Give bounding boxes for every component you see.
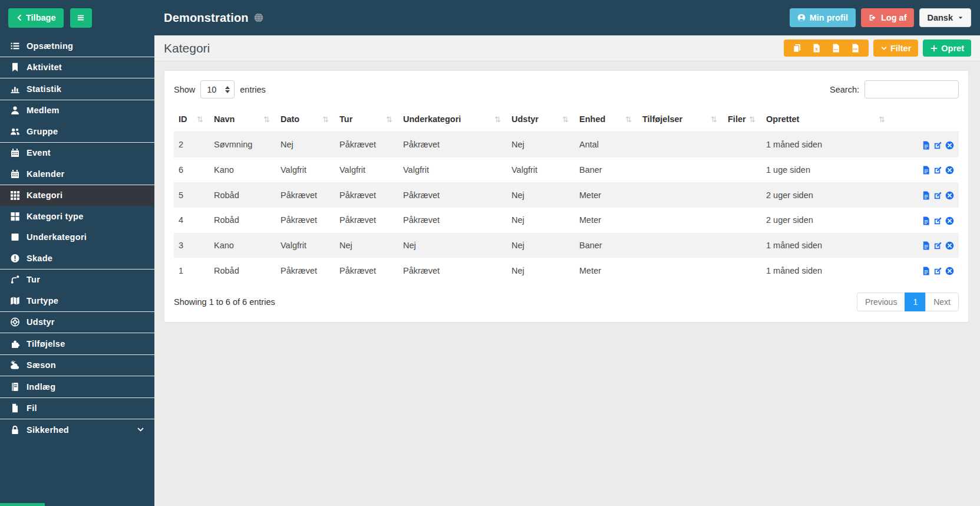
sidebar-item-aktivitet[interactable]: Aktivitet — [0, 57, 154, 78]
user-circle-icon — [797, 14, 806, 22]
table-row: 1RobådPåkrævetPåkrævetPåkrævetNejMeter1 … — [174, 258, 959, 283]
row-edit-button[interactable] — [933, 216, 942, 225]
create-button[interactable]: Opret — [923, 40, 971, 57]
sidebar-item-turtype[interactable]: Turtype — [0, 290, 154, 311]
column-header-filer[interactable]: Filer⇅ — [723, 107, 761, 132]
row-edit-button[interactable] — [933, 191, 942, 200]
row-edit-button[interactable] — [933, 166, 942, 175]
row-edit-button[interactable] — [933, 267, 942, 275]
table-cell: Robåd — [209, 182, 276, 208]
sidebar-item-label: Kategori — [27, 190, 62, 200]
table-cell: Påkrævet — [398, 132, 507, 157]
table-cell: Nej — [507, 132, 575, 157]
sidebar-item-sikkerhed[interactable]: Sikkerhed — [0, 419, 154, 441]
column-header-oprettet[interactable]: Oprettet⇅ — [761, 107, 891, 132]
table-row: 6KanoValgfritValgfritValgfritValgfritBan… — [174, 157, 959, 183]
sidebar-item-label: Gruppe — [27, 127, 58, 136]
pagination: Previous 1 Next — [857, 293, 959, 311]
logout-button[interactable]: Log af — [861, 8, 915, 27]
table-cell: Påkrævet — [335, 132, 398, 157]
row-delete-button[interactable] — [945, 216, 954, 225]
sidebar-item-event[interactable]: Event — [0, 143, 154, 164]
sidebar-item-tur[interactable]: Tur — [0, 270, 154, 291]
sidebar-item-tilfojelse[interactable]: Tilføjelse — [0, 333, 154, 354]
row-details-button[interactable] — [922, 267, 930, 275]
table-cell: Valgfrit — [398, 157, 507, 183]
row-delete-button[interactable] — [945, 191, 954, 200]
row-delete-button[interactable] — [945, 141, 954, 150]
sort-icon: ⇅ — [562, 115, 570, 124]
row-delete-button[interactable] — [945, 267, 954, 275]
row-delete-button[interactable] — [945, 241, 954, 250]
column-label: ID — [179, 114, 187, 124]
row-details-button[interactable] — [922, 166, 930, 175]
row-actions — [891, 157, 959, 183]
column-header-id[interactable]: ID⇅ — [174, 107, 209, 132]
sidebar-item-fil[interactable]: Fil — [0, 398, 154, 419]
table-cell: Påkrævet — [398, 182, 507, 208]
back-button[interactable]: Tilbage — [8, 8, 64, 28]
chevron-down-icon — [137, 426, 144, 433]
sidebar-item-underkategori[interactable]: Underkategori — [0, 227, 154, 248]
svg-text:X: X — [815, 47, 818, 51]
sidebar-item-kategori-type[interactable]: Kategori type — [0, 206, 154, 227]
column-header-dato[interactable]: Dato⇅ — [276, 107, 335, 132]
export-csv-button[interactable]: csv — [826, 40, 846, 57]
export-excel-button[interactable]: X — [807, 40, 826, 57]
menu-toggle-button[interactable] — [70, 8, 92, 28]
row-edit-button[interactable] — [933, 241, 942, 250]
row-actions — [891, 132, 959, 157]
table-cell: Påkrævet — [335, 208, 398, 233]
sidebar-item-statistik[interactable]: Statistik — [0, 78, 154, 100]
filter-button[interactable]: Filter — [873, 40, 918, 57]
column-header-navn[interactable]: Navn⇅ — [209, 107, 276, 132]
sidebar-item-skade[interactable]: Skade — [0, 248, 154, 269]
search-input[interactable] — [864, 80, 959, 98]
column-header-underkategori[interactable]: Underkategori⇅ — [398, 107, 507, 132]
page-title-bar: Kategori XcsvPDF Filter Opret — [154, 35, 980, 61]
sidebar-item-gruppe[interactable]: Gruppe — [0, 121, 154, 142]
previous-page-button[interactable]: Previous — [857, 293, 905, 311]
page-size-select-box: 10 — [200, 80, 235, 98]
row-details-button[interactable] — [922, 141, 930, 150]
page-1-button[interactable]: 1 — [905, 293, 926, 311]
table-cell: Påkrævet — [335, 258, 398, 283]
row-delete-button[interactable] — [945, 166, 954, 175]
profile-button[interactable]: Min profil — [790, 8, 856, 27]
row-edit-button[interactable] — [933, 141, 942, 150]
table-cell: Påkrævet — [335, 182, 398, 208]
column-header-enhed[interactable]: Enhed⇅ — [575, 107, 638, 132]
export-copy-button[interactable] — [787, 40, 807, 57]
sidebar-item-label: Indlæg — [27, 382, 55, 392]
sidebar-item-indlaeg[interactable]: Indlæg — [0, 376, 154, 397]
sidebar-item-kalender[interactable]: Kalender — [0, 163, 154, 185]
sidebar-item-kategori[interactable]: Kategori — [0, 185, 154, 206]
next-page-button[interactable]: Next — [925, 293, 959, 311]
sidebar-item-saeson[interactable]: Sæson — [0, 355, 154, 376]
table-cell — [723, 157, 761, 183]
show-label: Show — [174, 85, 195, 94]
app-title-text: Demonstration — [164, 11, 249, 25]
grid-icon — [10, 190, 20, 200]
column-header-tur[interactable]: Tur⇅ — [335, 107, 398, 132]
sort-icon: ⇅ — [749, 115, 757, 124]
table-cell — [638, 182, 723, 208]
user-icon — [10, 106, 20, 115]
sidebar-item-label: Fil — [27, 403, 37, 413]
row-details-button[interactable] — [922, 191, 930, 200]
table-cell: 1 uge siden — [761, 157, 891, 183]
export-pdf-button[interactable]: PDF — [846, 40, 865, 57]
sidebar-item-medlem[interactable]: Medlem — [0, 100, 154, 121]
page-size-select[interactable]: 10 — [202, 85, 224, 94]
row-details-button[interactable] — [922, 216, 930, 225]
plus-icon — [930, 44, 938, 52]
page-title: Kategori — [164, 41, 210, 55]
column-header-tilfojelser[interactable]: Tilføjelser⇅ — [638, 107, 723, 132]
column-header-udstyr[interactable]: Udstyr⇅ — [507, 107, 575, 132]
row-details-button[interactable] — [922, 241, 930, 250]
bar-chart-icon — [10, 84, 20, 94]
sidebar-item-opsaetning[interactable]: Opsætning — [0, 35, 154, 57]
language-dropdown[interactable]: Dansk — [919, 8, 971, 27]
sidebar-item-udstyr[interactable]: Udstyr — [0, 312, 154, 333]
sort-icon: ⇅ — [711, 115, 718, 124]
